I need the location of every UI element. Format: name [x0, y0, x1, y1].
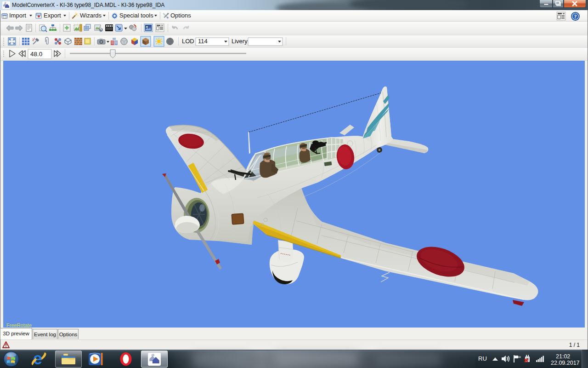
svg-text:48.0: 48.0 — [30, 51, 42, 58]
svg-text:114: 114 — [198, 38, 208, 45]
svg-text:LOD: LOD — [182, 38, 194, 45]
svg-text:Livery: Livery — [232, 38, 248, 45]
svg-text:?: ? — [574, 13, 577, 20]
